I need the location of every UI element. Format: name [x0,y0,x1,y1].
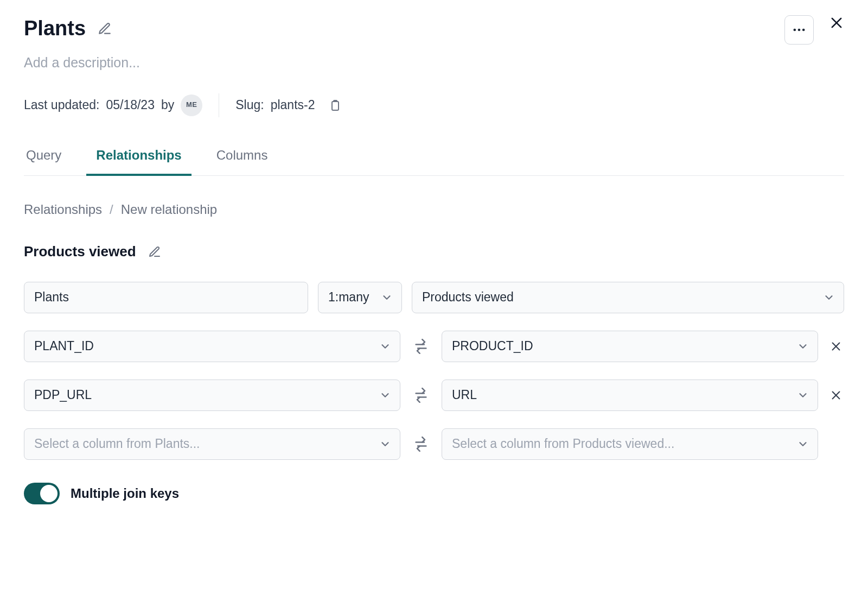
chevron-down-icon [823,292,835,303]
relationship-name: Products viewed [24,243,136,261]
multiple-join-keys-toggle[interactable] [24,483,60,504]
breadcrumb-root[interactable]: Relationships [24,201,102,218]
divider [219,93,219,117]
tabs: Query Relationships Columns [24,147,844,176]
join-row-empty: Select a column from Plants... Select a … [24,428,844,460]
arrows-swap-icon [413,388,429,403]
chevron-down-icon [797,389,809,401]
left-model-label: Plants [34,289,69,306]
edit-relationship-name-button[interactable] [148,245,161,258]
pencil-icon [98,22,112,36]
left-model: Plants [24,282,308,313]
right-column-select[interactable]: PRODUCT_ID [442,331,818,362]
avatar[interactable]: ME [181,94,202,116]
swap-icon [410,339,432,354]
chevron-down-icon [379,438,391,450]
toggle-knob [40,485,58,502]
arrows-swap-icon [413,437,429,452]
svg-point-0 [794,29,796,31]
description-input[interactable]: Add a description... [24,54,784,72]
pencil-icon [148,245,161,258]
right-column-placeholder: Select a column from Products viewed... [452,436,674,452]
left-column-placeholder: Select a column from Plants... [34,436,200,452]
close-icon [829,15,844,30]
svg-point-1 [798,29,801,31]
page-title: Plants [24,15,86,42]
chevron-down-icon [797,438,809,450]
last-updated-label: Last updated: [24,97,99,113]
multiple-join-keys-label: Multiple join keys [71,485,179,502]
left-column-value: PDP_URL [34,387,92,403]
right-column-select[interactable]: Select a column from Products viewed... [442,428,818,460]
slug-value: plants-2 [271,97,315,113]
svg-point-2 [802,29,805,31]
swap-icon [410,437,432,452]
close-icon [830,340,842,352]
left-column-select[interactable]: PDP_URL [24,380,400,411]
by-label: by [161,97,174,113]
clipboard-icon [328,99,341,112]
left-column-select[interactable]: PLANT_ID [24,331,400,362]
left-column-value: PLANT_ID [34,338,94,355]
chevron-down-icon [379,389,391,401]
chevron-down-icon [797,340,809,352]
breadcrumb-current: New relationship [121,201,217,218]
breadcrumb-separator: / [110,201,113,218]
dots-horizontal-icon [792,22,807,37]
left-column-select[interactable]: Select a column from Plants... [24,428,400,460]
right-column-value: URL [452,387,477,403]
right-column-select[interactable]: URL [442,380,818,411]
slug-label: Slug: [235,97,264,113]
join-row: PLANT_ID PRODUCT_ID [24,331,844,362]
close-icon [830,389,842,401]
right-column-value: PRODUCT_ID [452,338,533,355]
cardinality-select[interactable]: 1:many [318,282,402,313]
more-actions-button[interactable] [784,15,814,45]
chevron-down-icon [379,340,391,352]
right-model-label: Products viewed [422,289,514,306]
remove-join-row-button[interactable] [828,340,844,352]
chevron-down-icon [381,292,393,303]
tab-columns[interactable]: Columns [214,147,270,175]
last-updated: Last updated: 05/18/23 by ME [24,94,202,116]
svg-rect-5 [332,102,339,110]
close-button[interactable] [829,15,844,30]
tab-relationships[interactable]: Relationships [94,147,183,175]
copy-slug-button[interactable] [328,99,341,112]
tab-query[interactable]: Query [24,147,63,175]
cardinality-value: 1:many [328,289,369,306]
last-updated-date: 05/18/23 [106,97,155,113]
join-row: PDP_URL URL [24,380,844,411]
right-model-select[interactable]: Products viewed [412,282,844,313]
edit-title-button[interactable] [98,22,112,36]
breadcrumb: Relationships / New relationship [24,201,844,218]
swap-icon [410,388,432,403]
arrows-swap-icon [413,339,429,354]
remove-join-row-button[interactable] [828,389,844,401]
